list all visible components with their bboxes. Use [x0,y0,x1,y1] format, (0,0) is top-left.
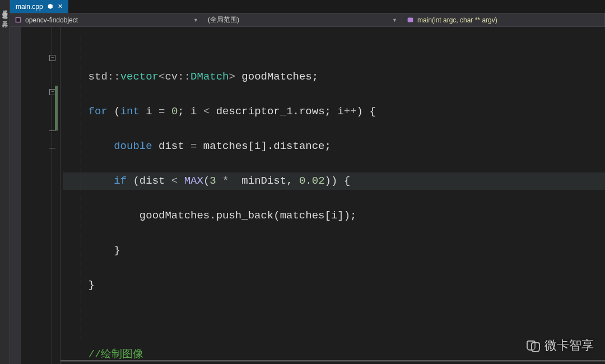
tab-main-cpp[interactable]: main.cpp ⬢ ✕ [10,0,68,13]
svg-rect-2 [408,17,413,22]
document-tab-bar: main.cpp ⬢ ✕ [10,0,605,13]
nav-scope-label: (全局范围) [208,15,239,25]
project-icon [15,16,22,24]
code-content[interactable]: std::vector<cv::DMatch> goodMatches; for… [61,27,605,364]
code-editor[interactable]: − − std::vector<cv::DMatch> goodMatches;… [10,27,605,364]
nav-function-dropdown[interactable]: main(int argc, char ** argv) [402,13,605,26]
tool-window-toolbox[interactable]: 工具箱 [1,17,9,18]
chevron-down-icon: ▼ [193,17,198,23]
outline-gutter: − − [21,27,61,364]
nav-project-label: opencv-findobject [25,16,78,24]
function-icon [407,16,414,24]
fold-toggle[interactable]: − [49,55,55,61]
pin-icon[interactable]: ⬢ [48,3,53,10]
chevron-down-icon: ▼ [392,17,397,23]
tool-window-server-explorer[interactable]: 服务器资源管理器 [1,6,9,10]
nav-function-label: main(int argc, char ** argv) [417,16,497,24]
change-indicator [55,86,58,130]
side-toolbar: 服务器资源管理器 工具箱 [0,0,10,364]
tab-label: main.cpp [16,3,43,11]
indicator-margin [10,27,21,364]
nav-project-dropdown[interactable]: opencv-findobject ▼ [10,13,203,26]
nav-scope-dropdown[interactable]: (全局范围) ▼ [203,13,402,26]
close-icon[interactable]: ✕ [58,3,63,10]
horizontal-scrollbar[interactable] [61,360,605,362]
navigation-bar: opencv-findobject ▼ (全局范围) ▼ main(int ar… [10,13,605,27]
svg-rect-1 [16,18,20,22]
